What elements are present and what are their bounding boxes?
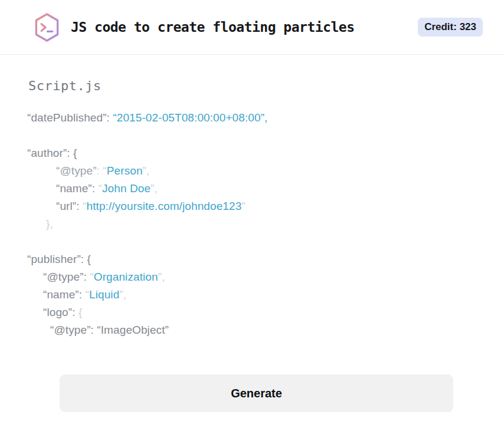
code-line: “@type”: “Person”, [27, 162, 480, 180]
code-line [27, 127, 480, 144]
terminal-hexagon-icon [33, 12, 61, 42]
code-line: “name”: “Liquid”, [27, 286, 480, 304]
code-line: “@type”: “ImageObject” [27, 321, 480, 339]
header: JS code to create floating particles Cre… [0, 0, 504, 55]
code-line: “datePublished”: “2015-02-05T08:00:00+08… [27, 109, 480, 127]
page-title: JS code to create floating particles [71, 19, 355, 35]
code-line: }, [27, 215, 480, 233]
credit-badge: Credit: 323 [418, 18, 483, 37]
main-content: Script.js “datePublished”: “2015-02-05T0… [0, 78, 504, 412]
code-line: “url”: “http://yoursite.com/johndoe123” [27, 198, 480, 215]
generate-button[interactable]: Generate [60, 374, 453, 412]
code-line: “@type”: “Organization”, [27, 268, 480, 286]
code-line [27, 233, 480, 251]
code-block: “datePublished”: “2015-02-05T08:00:00+08… [27, 109, 480, 339]
code-line: “name”: “John Doe”, [27, 180, 480, 198]
code-line: “logo”: { [27, 304, 480, 321]
editor-filename: Script.js [28, 78, 480, 93]
code-line: “publisher”: { [27, 251, 480, 268]
code-line: “author”: { [27, 144, 480, 162]
footer: Generate [27, 374, 480, 412]
